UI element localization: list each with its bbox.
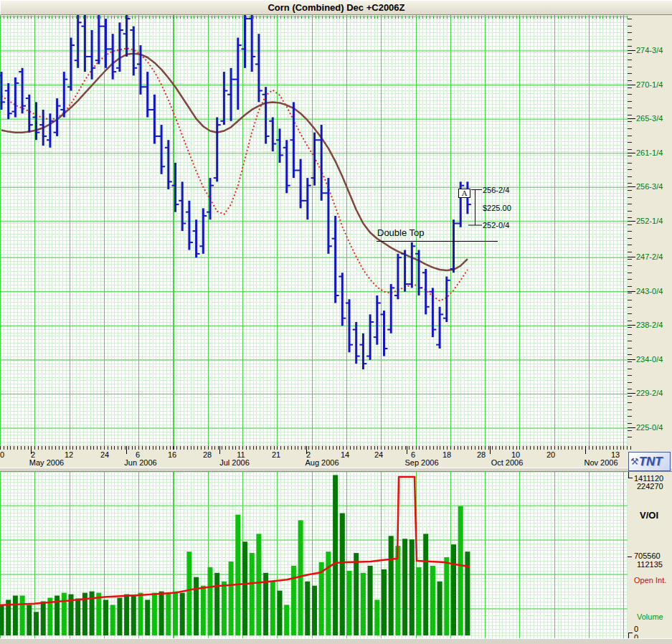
date-axis-month-label: Sep 2006 [404,458,438,467]
date-axis-day-label: 24 [374,450,383,459]
date-axis-day-label: 14 [341,450,349,459]
volume-oi-panel[interactable] [0,472,628,638]
axis-bracket-bottom [628,633,633,638]
date-axis: 0212246162811212142461828102013 May 2006… [0,446,672,468]
volume-oi-axis: 1411120 224270 V/OI 705560 112135 Open I… [628,472,672,638]
price-axis-label: 261-1/4 [636,148,663,157]
date-axis-day-label: 28 [203,450,212,459]
price-axis-minor-ticks [628,19,632,443]
chart-title: Corn (Combined) Dec +C2006Z [268,2,404,13]
axis-tick-mid [628,557,632,557]
month-separator-tick [219,446,220,454]
date-axis-month-label: May 2006 [29,458,64,467]
measure-value-label: $225.00 [483,204,511,212]
month-separator-tick [585,446,586,454]
price-axis-label: 274-3/4 [636,46,663,55]
price-chart-panel[interactable]: A 256-2/4 $225.00 252-0/4 Double Top [0,15,628,446]
month-separator-tick [306,446,307,454]
price-axis-label: 229-2/4 [636,389,663,397]
price-axis: 274-3/4270-1/4265-3/4261-1/4256-3/4252-1… [628,15,672,446]
date-axis-day-label: 28 [477,450,486,459]
date-axis-day-label: 24 [100,450,109,459]
price-axis-label: 270-1/4 [636,80,663,89]
month-separator-tick [407,446,407,454]
volume-max-value: 224270 [637,482,663,491]
price-axis-label: 234-0/4 [636,355,663,364]
volume-legend: Volume [637,612,663,621]
zero-upper-label: 0 [634,625,638,633]
price-axis-label: 243-0/4 [636,287,663,295]
open-interest-legend: Open Int. [634,576,666,584]
price-plot [0,15,628,446]
price-axis-label: 247-2/4 [636,252,663,261]
date-axis-month-label: Oct 2006 [491,458,524,467]
tnt-logo-text: TNT [639,455,663,469]
price-axis-label: 256-3/4 [636,182,663,191]
date-axis-day-label: 16 [168,450,176,459]
date-axis-month-label: Nov 2006 [584,458,617,467]
date-axis-month-label: Aug 2006 [305,458,339,467]
window-title-bar: Corn (Combined) Dec +C2006Z [0,0,672,15]
oi-mid-value: 705560 [634,551,661,560]
price-axis-label: 252-1/4 [636,217,663,225]
volume-oi-plot [0,472,628,638]
chart-window: Corn (Combined) Dec +C2006Z A 256-2/4 $2… [0,0,672,644]
price-axis-label: 265-3/4 [636,114,663,123]
volume-mid-value: 112135 [637,560,663,569]
date-axis-day-label: 0 [0,450,4,459]
date-axis-month-label: Jun 2006 [124,458,156,467]
date-axis-day-label: 21 [272,450,280,459]
swing-high-label: 256-2/4 [483,186,509,194]
bottom-border-strip [0,638,672,644]
hammer-pick-icon: ⚒ [630,457,639,466]
month-separator-tick [31,446,32,454]
date-axis-day-label: 18 [443,450,451,459]
swing-low-label: 252-0/4 [483,221,509,229]
date-axis-day-label: 12 [65,450,73,459]
date-axis-minor-ticks [0,446,631,450]
price-axis-label: 225-0/4 [636,423,663,432]
date-axis-day-label: 20 [546,450,555,459]
double-top-annotation: Double Top [377,227,425,238]
annotation-marker-box[interactable]: A [458,189,470,198]
date-axis-month-label: Jul 2006 [219,458,250,467]
price-axis-label: 238-2/4 [636,321,663,329]
voi-panel-label: V/OI [640,510,658,521]
tnt-logo[interactable]: ⚒ TNT [628,452,671,471]
axis-bracket-top [628,472,633,478]
month-separator-tick [126,446,127,454]
month-separator-tick [490,446,491,454]
